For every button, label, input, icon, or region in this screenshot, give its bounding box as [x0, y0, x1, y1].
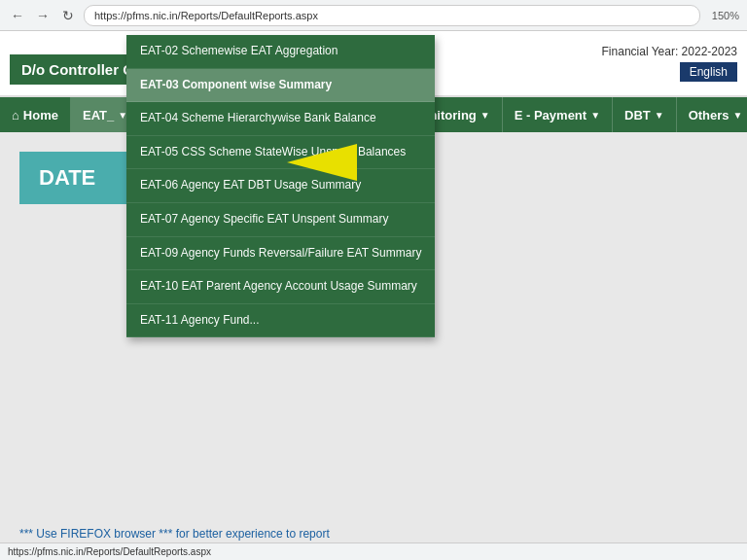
- dropdown-item-eat03[interactable]: EAT-03 Component wise Summary: [126, 69, 435, 103]
- chevron-down-icon: ▼: [733, 110, 743, 121]
- nav-home[interactable]: ⌂ Home: [0, 97, 71, 132]
- nav-epayment-label: E - Payment: [515, 108, 587, 122]
- svg-marker-0: [287, 144, 357, 181]
- dropdown-item-eat05[interactable]: EAT-05 CSS Scheme StateWise Unspent Bala…: [126, 136, 435, 170]
- dropdown-item-eat07[interactable]: EAT-07 Agency Specific EAT Unspent Summa…: [126, 203, 435, 237]
- address-text: https://pfms.nic.in/Reports/DefaultRepor…: [94, 10, 318, 21]
- nav-home-label: Home: [23, 108, 58, 122]
- financial-year-value: 2022-2023: [682, 45, 737, 58]
- nav-eat-label: EAT_: [83, 108, 114, 122]
- chevron-down-icon: ▼: [590, 110, 600, 121]
- nav-dbt[interactable]: DBT ▼: [613, 97, 677, 132]
- chevron-down-icon: ▼: [480, 110, 490, 121]
- update-text: DATE: [39, 165, 95, 190]
- language-button[interactable]: English: [680, 62, 737, 82]
- dropdown-item-eat06[interactable]: EAT-06 Agency EAT DBT Usage Summary: [126, 169, 435, 203]
- nav-others-label: Others: [689, 108, 729, 122]
- home-icon: ⌂: [12, 108, 19, 122]
- eat-dropdown: EAT-02 Schemewise EAT Aggregation EAT-03…: [126, 35, 435, 337]
- chevron-down-icon: ▼: [655, 110, 664, 121]
- zoom-level: 150%: [712, 10, 739, 21]
- dropdown-item-eat09[interactable]: EAT-09 Agency Funds Reversal/Failure EAT…: [126, 237, 435, 271]
- dropdown-item-eat11[interactable]: EAT-11 Agency Fund...: [126, 304, 435, 338]
- address-bar[interactable]: https://pfms.nic.in/Reports/DefaultRepor…: [84, 5, 700, 26]
- status-url: https://pfms.nic.in/Reports/DefaultRepor…: [8, 546, 211, 557]
- reload-button[interactable]: ↻: [58, 6, 78, 25]
- financial-year-label: Financial Year:: [602, 45, 679, 58]
- nav-dbt-label: DBT: [624, 108, 651, 122]
- forward-button[interactable]: →: [33, 6, 53, 25]
- dropdown-item-eat10[interactable]: EAT-10 EAT Parent Agency Account Usage S…: [126, 270, 435, 304]
- nav-others[interactable]: Others ▼: [677, 97, 747, 132]
- financial-year: Financial Year: 2022-2023: [602, 45, 737, 58]
- header-right: Financial Year: 2022-2023 English: [602, 45, 737, 82]
- dropdown-item-eat04[interactable]: EAT-04 Scheme Hierarchywise Bank Balance: [126, 102, 435, 136]
- browser-chrome: ← → ↻ https://pfms.nic.in/Reports/Defaul…: [0, 0, 747, 31]
- dropdown-item-eat02[interactable]: EAT-02 Schemewise EAT Aggregation: [126, 35, 435, 69]
- status-bar: https://pfms.nic.in/Reports/DefaultRepor…: [0, 542, 747, 560]
- back-button[interactable]: ←: [8, 6, 27, 25]
- browser-notice: *** Use FIREFOX browser *** for better e…: [19, 527, 330, 541]
- nav-epayment[interactable]: E - Payment ▼: [503, 97, 613, 132]
